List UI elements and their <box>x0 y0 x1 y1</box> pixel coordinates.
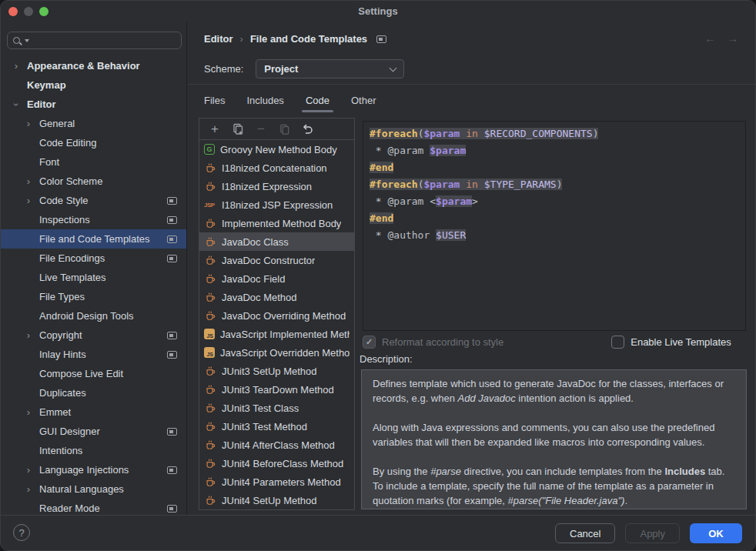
sidebar-item-android-design-tools[interactable]: Android Design Tools <box>1 306 186 326</box>
sidebar-item-language-injections[interactable]: ›Language Injections <box>1 460 186 479</box>
template-item-label: I18nized Concatenation <box>222 162 327 174</box>
java-icon <box>204 476 216 488</box>
sidebar-item-appearance-behavior[interactable]: ›Appearance & Behavior <box>1 56 186 75</box>
chevron-right-icon[interactable]: › <box>12 62 21 71</box>
enable-live-templates-checkbox[interactable] <box>611 336 624 349</box>
java-icon <box>204 309 216 322</box>
template-item-label: JUnit4 AfterClass Method <box>222 439 335 451</box>
apply-button[interactable]: Apply <box>625 523 680 543</box>
ok-button[interactable]: OK <box>690 523 742 543</box>
template-item-javadoc-field[interactable]: JavaDoc Field <box>199 269 354 288</box>
description-box[interactable]: Defines template which used to generate … <box>361 369 747 509</box>
cancel-button[interactable]: Cancel <box>555 523 615 543</box>
template-item-junit3-setup-method[interactable]: JUnit3 SetUp Method <box>199 362 354 380</box>
search-input[interactable] <box>32 34 176 47</box>
scheme-label: Scheme: <box>204 63 243 75</box>
java-icon <box>204 494 216 506</box>
chevron-down-icon[interactable]: › <box>12 100 21 109</box>
scheme-select[interactable]: Project <box>256 59 404 78</box>
reset-to-default-button[interactable] <box>299 122 315 137</box>
project-level-settings-icon <box>167 466 177 474</box>
code-line: #foreach($param in $TYPE_PARAMS) <box>370 176 739 193</box>
template-item-junit3-test-method[interactable]: JUnit3 Test Method <box>199 417 354 436</box>
reformat-checkbox[interactable]: ✓ <box>363 336 376 349</box>
chevron-right-icon[interactable]: › <box>24 331 33 340</box>
sidebar-item-inlay-hints[interactable]: Inlay Hints <box>1 345 186 364</box>
tab-files[interactable]: Files <box>204 90 225 111</box>
description-paragraph: Along with Java expressions and comments… <box>373 420 735 449</box>
chevron-right-icon[interactable]: › <box>24 466 33 475</box>
template-item-javadoc-constructor[interactable]: JavaDoc Constructor <box>199 251 354 269</box>
sidebar-item-gui-designer[interactable]: GUI Designer <box>1 422 186 441</box>
chevron-right-icon[interactable]: › <box>24 177 33 186</box>
template-item-junit3-teardown-method[interactable]: JUnit3 TearDown Method <box>199 380 354 399</box>
sidebar-item-general[interactable]: ›General <box>1 114 186 133</box>
scheme-divider <box>188 84 755 85</box>
sidebar-item-duplicates[interactable]: Duplicates <box>1 383 186 402</box>
breadcrumb: Editor › File and Code Templates <box>204 33 386 45</box>
template-code-editor[interactable]: #foreach($param in $RECORD_COMPONENTS) *… <box>363 121 746 331</box>
sidebar-item-code-editing[interactable]: Code Editing <box>1 133 186 152</box>
sidebar-item-file-encodings[interactable]: File Encodings <box>1 249 186 268</box>
template-item-javascript-overridden-method[interactable]: JSJavaScript Overridden Method <box>199 343 354 362</box>
help-button[interactable]: ? <box>13 524 30 541</box>
duplicate-template-button[interactable] <box>276 122 292 137</box>
chevron-right-icon[interactable]: › <box>24 119 33 129</box>
tab-code[interactable]: Code <box>306 90 329 111</box>
sidebar-item-file-and-code-templates[interactable]: File and Code Templates <box>1 229 186 249</box>
sidebar-item-font[interactable]: Font <box>1 152 186 172</box>
template-item-junit4-beforeclass-method[interactable]: JUnit4 BeforeClass Method <box>199 454 354 473</box>
search-icon <box>12 35 23 46</box>
template-item-javadoc-overriding-method[interactable]: JavaDoc Overriding Method <box>199 306 354 325</box>
template-item-i18nized-jsp-expression[interactable]: JSPI18nized JSP Expression <box>199 195 354 214</box>
sidebar-item-keymap[interactable]: Keymap <box>1 75 186 95</box>
template-item-junit3-test-class[interactable]: JUnit3 Test Class <box>199 399 354 417</box>
create-from-template-button[interactable] <box>230 122 246 137</box>
forward-arrow-icon[interactable]: → <box>727 32 738 45</box>
chevron-right-icon[interactable]: › <box>24 485 33 494</box>
template-item-i18nized-concatenation[interactable]: I18nized Concatenation <box>199 159 354 177</box>
template-item-junit4-setup-method[interactable]: JUnit4 SetUp Method <box>199 491 354 509</box>
sidebar-item-code-style[interactable]: ›Code Style <box>1 191 186 210</box>
code-line: * @param <$param> <box>370 193 739 210</box>
sidebar-item-file-types[interactable]: File Types <box>1 287 186 306</box>
template-item-javadoc-method[interactable]: JavaDoc Method <box>199 288 354 306</box>
sidebar-item-color-scheme[interactable]: ›Color Scheme <box>1 172 186 191</box>
sidebar-item-compose-live-edit[interactable]: Compose Live Edit <box>1 364 186 383</box>
template-item-label: Groovy New Method Body <box>220 144 337 155</box>
sidebar-item-natural-languages[interactable]: ›Natural Languages <box>1 479 186 499</box>
template-item-label: JavaScript Implemented Method <box>220 329 350 340</box>
template-item-label: JUnit4 SetUp Method <box>222 495 317 506</box>
template-item-groovy-new-method-body[interactable]: GGroovy New Method Body <box>199 140 354 159</box>
template-item-junit4-afterclass-method[interactable]: JUnit4 AfterClass Method <box>199 436 354 454</box>
java-icon <box>204 254 216 266</box>
template-item-javadoc-class[interactable]: JavaDoc Class <box>199 232 354 251</box>
sidebar-item-copyright[interactable]: ›Copyright <box>1 326 186 345</box>
chevron-right-icon[interactable]: › <box>24 196 33 205</box>
settings-search-field[interactable] <box>7 32 182 49</box>
chevron-right-icon[interactable]: › <box>24 408 33 417</box>
sidebar-item-inspections[interactable]: Inspections <box>1 210 186 229</box>
add-template-button[interactable]: + <box>207 122 222 137</box>
sidebar-item-editor[interactable]: ›Editor <box>1 95 186 114</box>
breadcrumb-editor[interactable]: Editor <box>204 33 233 45</box>
sidebar-item-reader-mode[interactable]: Reader Mode <box>1 499 186 515</box>
sidebar-item-intentions[interactable]: Intentions <box>1 441 186 460</box>
remove-template-button[interactable]: − <box>253 122 269 137</box>
java-icon <box>204 162 216 174</box>
revert-arrow-icon <box>301 123 313 135</box>
tabs: FilesIncludesCodeOther <box>204 87 376 113</box>
template-item-i18nized-expression[interactable]: I18nized Expression <box>199 177 354 195</box>
tab-other[interactable]: Other <box>351 90 376 111</box>
template-item-implemented-method-body[interactable]: Implemented Method Body <box>199 214 354 232</box>
sidebar-item-emmet[interactable]: ›Emmet <box>1 402 186 422</box>
template-item-javascript-implemented-method[interactable]: JSJavaScript Implemented Method <box>199 325 354 343</box>
tab-includes[interactable]: Includes <box>246 90 283 111</box>
template-item-junit4-parameters-method[interactable]: JUnit4 Parameters Method <box>199 473 354 491</box>
back-arrow-icon[interactable]: ← <box>704 32 716 45</box>
sidebar-item-label: Reader Mode <box>39 503 167 514</box>
breadcrumb-separator-icon: › <box>240 33 243 45</box>
sidebar-item-label: Android Design Tools <box>39 310 177 322</box>
search-options-chevron-icon[interactable] <box>25 39 29 42</box>
sidebar-item-live-templates[interactable]: Live Templates <box>1 268 186 287</box>
